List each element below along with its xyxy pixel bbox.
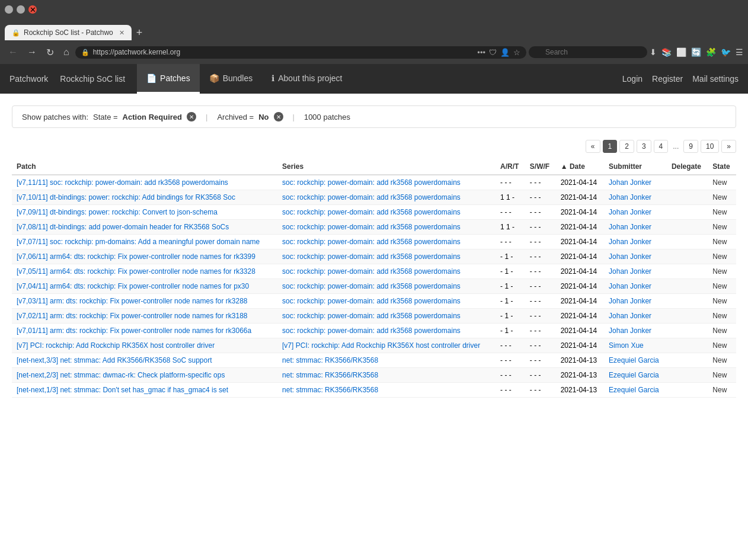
cell-series: soc: rockchip: power-domain: add rk3568 … (277, 264, 496, 279)
prev-page-button[interactable]: « (586, 140, 600, 153)
tab-bundles[interactable]: 📦 Bundles (200, 64, 263, 94)
patch-link[interactable]: [v7,11/11] soc: rockchip: power-domain: … (17, 178, 228, 187)
login-link[interactable]: Login (622, 74, 642, 84)
close-button[interactable]: ✕ (28, 5, 37, 14)
star-icon[interactable]: ☆ (513, 48, 520, 57)
patch-link[interactable]: [net-next,1/3] net: stmmac: Don't set ha… (17, 386, 228, 394)
cell-delegate (667, 338, 708, 353)
page-4-button[interactable]: 4 (654, 140, 669, 153)
submitter-link[interactable]: Ezequiel Garcia (609, 386, 659, 394)
home-button[interactable]: ⌂ (60, 46, 73, 59)
patch-link[interactable]: [net-next,3/3] net: stmmac: Add RK3566/R… (17, 356, 212, 364)
submitter-link[interactable]: Johan Jonker (609, 178, 651, 187)
series-link[interactable]: soc: rockchip: power-domain: add rk3568 … (282, 282, 461, 290)
back-button[interactable]: ← (5, 46, 21, 59)
series-link[interactable]: soc: rockchip: power-domain: add rk3568 … (282, 297, 461, 305)
address-bar[interactable]: 🔒 https://patchwork.kernel.org ••• 🛡 👤 ☆ (75, 46, 526, 59)
submitter-link[interactable]: Johan Jonker (609, 208, 651, 216)
submitter-link[interactable]: Johan Jonker (609, 327, 651, 335)
submitter-link[interactable]: Johan Jonker (609, 297, 651, 305)
col-date[interactable]: ▲ Date (556, 159, 604, 175)
addon-icon[interactable]: 🧩 (706, 47, 716, 57)
submitter-link[interactable]: Johan Jonker (609, 193, 651, 201)
patch-link[interactable]: [v7,01/11] arm: dts: rockchip: Fix power… (17, 327, 251, 335)
next-page-button[interactable]: » (721, 140, 736, 153)
register-link[interactable]: Register (652, 74, 683, 84)
series-link[interactable]: soc: rockchip: power-domain: add rk3568 … (282, 193, 461, 201)
new-tab-button[interactable]: + (132, 25, 148, 40)
tab-close-icon[interactable]: ✕ (119, 29, 124, 37)
series-link[interactable]: [v7] PCI: rockchip: Add Rockchip RK356X … (282, 341, 480, 350)
series-link[interactable]: soc: rockchip: power-domain: add rk3568 … (282, 267, 461, 276)
archived-remove-button[interactable]: ✕ (274, 112, 283, 121)
patch-link[interactable]: [v7] PCI: rockchip: Add Rockchip RK356X … (17, 341, 215, 350)
reload-button[interactable]: ↻ (43, 46, 57, 59)
state-remove-button[interactable]: ✕ (187, 112, 196, 121)
series-link[interactable]: net: stmmac: RK3566/RK3568 (282, 371, 378, 379)
patch-link[interactable]: [v7,09/11] dt-bindings: power: rockchip:… (17, 208, 218, 216)
patch-link[interactable]: [net-next,2/3] net: stmmac: dwmac-rk: Ch… (17, 371, 225, 379)
page-1-button[interactable]: 1 (603, 140, 618, 153)
tab-bar: 🔒 Rockchip SoC list - Patchwo ✕ + (0, 19, 748, 40)
submitter-link[interactable]: Johan Jonker (609, 282, 651, 290)
sync-icon[interactable]: 🔄 (691, 47, 701, 57)
series-link[interactable]: net: stmmac: RK3566/RK3568 (282, 386, 378, 394)
cell-patch: [v7,08/11] dt-bindings: add power-domain… (12, 220, 277, 235)
forward-button[interactable]: → (24, 46, 40, 59)
series-link[interactable]: net: stmmac: RK3566/RK3568 (282, 356, 378, 364)
submitter-link[interactable]: Johan Jonker (609, 223, 651, 231)
series-link[interactable]: soc: rockchip: power-domain: add rk3568 … (282, 312, 461, 320)
submitter-link[interactable]: Johan Jonker (609, 267, 651, 276)
patch-link[interactable]: [v7,03/11] arm: dts: rockchip: Fix power… (17, 297, 248, 305)
patch-link[interactable]: [v7,08/11] dt-bindings: add power-domain… (17, 223, 229, 231)
series-link[interactable]: soc: rockchip: power-domain: add rk3568 … (282, 178, 461, 187)
tab-icon: 🔒 (12, 29, 20, 37)
more-icon[interactable]: ••• (477, 48, 485, 57)
series-link[interactable]: soc: rockchip: power-domain: add rk3568 … (282, 327, 461, 335)
submitter-link[interactable]: Simon Xue (609, 341, 644, 350)
submitter-link[interactable]: Ezequiel Garcia (609, 371, 659, 379)
download-icon[interactable]: ⬇ (650, 47, 657, 57)
tab-about[interactable]: ℹ About this project (262, 64, 351, 94)
patch-link[interactable]: [v7,07/11] soc: rockchip: pm-domains: Ad… (17, 238, 260, 246)
patch-link[interactable]: [v7,06/11] arm64: dts: rockchip: Fix pow… (17, 252, 255, 261)
page-3-button[interactable]: 3 (637, 140, 651, 153)
cell-date: 2021-04-14 (556, 205, 604, 220)
search-input[interactable] (529, 46, 647, 58)
patch-link[interactable]: [v7,05/11] arm64: dts: rockchip: Fix pow… (17, 267, 255, 276)
page-10-button[interactable]: 10 (701, 140, 719, 153)
minimize-button[interactable] (5, 5, 13, 14)
page-2-button[interactable]: 2 (619, 140, 634, 153)
library-icon[interactable]: 📚 (661, 47, 672, 57)
series-link[interactable]: soc: rockchip: power-domain: add rk3568 … (282, 238, 461, 246)
page-9-button[interactable]: 9 (683, 140, 698, 153)
series-link[interactable]: soc: rockchip: power-domain: add rk3568 … (282, 223, 461, 231)
patch-link[interactable]: [v7,10/11] dt-bindings: power: rockchip:… (17, 193, 235, 201)
submitter-link[interactable]: Johan Jonker (609, 252, 651, 261)
patch-link[interactable]: [v7,04/11] arm64: dts: rockchip: Fix pow… (17, 282, 249, 290)
cell-state: New (708, 294, 736, 309)
submitter-link[interactable]: Ezequiel Garcia (609, 356, 659, 364)
submitter-link[interactable]: Johan Jonker (609, 312, 651, 320)
menu-icon[interactable]: ☰ (736, 47, 743, 57)
patch-link[interactable]: [v7,02/11] arm: dts: rockchip: Fix power… (17, 312, 248, 320)
shield-icon[interactable]: 🛡 (489, 48, 497, 57)
cell-submitter: Johan Jonker (604, 190, 667, 205)
twitter-icon[interactable]: 🐦 (721, 47, 731, 57)
cell-swf: - - - (525, 190, 556, 205)
about-tab-icon: ℹ (271, 73, 274, 83)
app-project-link[interactable]: Rockchip SoC list (60, 74, 125, 84)
maximize-button[interactable] (17, 5, 25, 14)
series-link[interactable]: soc: rockchip: power-domain: add rk3568 … (282, 252, 461, 261)
cell-series: net: stmmac: RK3566/RK3568 (277, 353, 496, 368)
submitter-link[interactable]: Johan Jonker (609, 238, 651, 246)
tab-patches[interactable]: 📄 Patches (137, 64, 200, 94)
app-nav-right: Login Register Mail settings (622, 74, 739, 84)
series-link[interactable]: soc: rockchip: power-domain: add rk3568 … (282, 208, 461, 216)
app-brand-link[interactable]: Patchwork (9, 74, 48, 84)
mail-settings-link[interactable]: Mail settings (692, 74, 739, 84)
active-tab[interactable]: 🔒 Rockchip SoC list - Patchwo ✕ (5, 25, 132, 40)
container-icon[interactable]: ⬜ (676, 47, 686, 57)
table-header-row: Patch Series A/R/T S/W/F ▲ Date Submitte… (12, 159, 736, 175)
account-icon[interactable]: 👤 (500, 48, 510, 57)
